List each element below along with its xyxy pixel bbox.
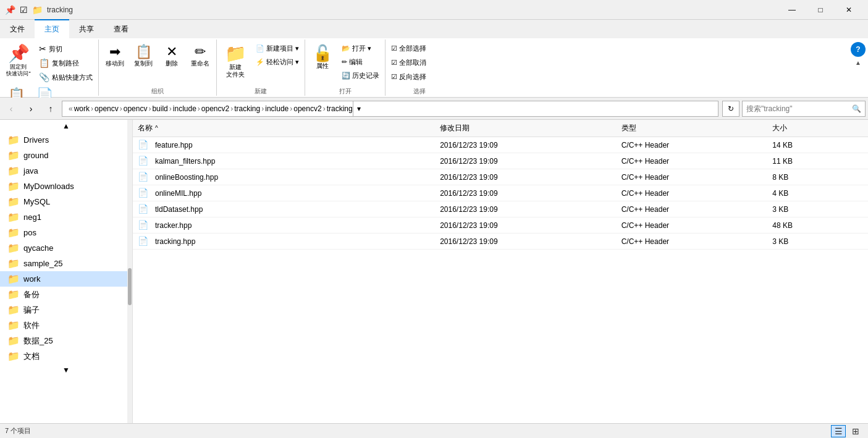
sidebar-scrollbar-thumb[interactable] [128,268,132,305]
path-opencv2-3[interactable]: opencv2 [293,104,321,113]
copy-path-button[interactable]: 📋复制路径 [36,56,96,70]
easy-access-button[interactable]: ⚡ 轻松访问 ▾ [253,56,302,69]
sidebar-item-sample25[interactable]: 📁 sample_25 [0,256,132,271]
edit-button[interactable]: ✏ 编辑 [339,56,382,69]
pin-icon: 📌 [8,45,30,62]
open-button[interactable]: 📂 打开 ▾ [339,42,382,55]
file-row[interactable]: 📄 feature.hpp 2016/12/23 19:09 C/C++ Hea… [133,137,868,153]
back-button[interactable]: ‹ [2,100,20,117]
path-opencv2-2[interactable]: opencv2 [201,104,229,113]
new-folder-button[interactable]: 📁 新建文件夹 [219,42,251,82]
sidebar-item-neg1[interactable]: 📁 neg1 [0,209,132,225]
cut-button[interactable]: ✂剪切 [36,42,96,56]
file-icon: 📄 [138,204,149,215]
refresh-button[interactable]: ↻ [722,101,739,117]
move-to-button[interactable]: ➡ 移动到 [101,42,129,70]
deselect-all-button[interactable]: ☑ 全部取消 [388,56,429,69]
folder-icon: 📁 [7,273,20,285]
path-tracking1[interactable]: tracking [234,104,260,113]
file-row[interactable]: 📄 tracker.hpp 2016/12/23 19:09 C/C++ Hea… [133,217,868,234]
sidebar-item-mydownloads[interactable]: 📁 MyDownloads [0,179,132,194]
folder-icon: 📁 [7,242,20,254]
sidebar-item-work[interactable]: 📁 work [0,271,132,287]
copy-to-button[interactable]: 📋 复制到 [130,42,157,70]
sidebar-item-drivers[interactable]: 📁 Drivers [0,132,132,148]
address-dropdown-button[interactable]: ▾ [353,101,365,117]
content-area: ▲ 📁 Drivers 📁 ground 📁 java 📁 MyDownload… [0,120,868,423]
pin-quickaccess-button[interactable]: 📌 固定到快速访问" [2,42,35,80]
ribbon: 📌 固定到快速访问" ✂剪切 📋复制路径 📎粘贴快捷方式 📋 复制 [0,38,868,98]
sidebar-item-documents[interactable]: 📁 文档 [0,348,132,364]
sidebar-item-data25[interactable]: 📁 数据_25 [0,333,132,348]
invert-selection-button[interactable]: ☑ 反向选择 [388,70,429,83]
ribbon-group-select: ☑ 全部选择 ☑ 全部取消 ☑ 反向选择 选择 [386,40,453,96]
select-all-button[interactable]: ☑ 全部选择 [388,42,429,55]
check-icon: ☑ [19,5,28,15]
maximize-button[interactable]: □ [806,0,835,20]
titlebar-icons: 📌 ☑ 📁 [5,5,42,15]
file-icon: 📄 [138,220,149,231]
history-button[interactable]: 🔄 历史记录 [339,69,382,82]
sidebar-item-pianzih[interactable]: 📁 骗子 [0,302,132,318]
path-opencv1[interactable]: opencv [95,104,119,113]
col-size[interactable]: 大小 [772,123,863,133]
file-row[interactable]: 📄 onlineMIL.hpp 2016/12/23 19:09 C/C++ H… [133,185,868,201]
folder-icon: 📁 [7,335,20,347]
minimize-button[interactable]: — [778,0,806,20]
statusbar: 7 个项目 ☰ ⊞ [0,423,868,438]
details-view-button[interactable]: ☰ [831,425,846,437]
rename-button[interactable]: ✏ 重命名 [187,42,214,70]
sidebar-item-backup[interactable]: 📁 备份 [0,287,132,302]
sidebar-item-mysql[interactable]: 📁 MySQL [0,194,132,209]
path-tracking2[interactable]: tracking [327,104,353,113]
path-work1[interactable]: work [74,104,90,113]
titlebar-controls: — □ ✕ [778,0,863,20]
address-bar[interactable]: « work › opencv › opencv › build › inclu… [62,101,718,117]
sidebar-item-software[interactable]: 📁 软件 [0,318,132,333]
sidebar-item-ground[interactable]: 📁 ground [0,148,132,163]
delete-button[interactable]: ✕ 删除 [158,42,185,70]
col-date[interactable]: 修改日期 [440,123,622,133]
sidebar-scroll-down[interactable]: ▼ [0,364,132,376]
paste-shortcut-button[interactable]: 📎粘贴快捷方式 [36,70,96,84]
sidebar-item-qycache[interactable]: 📁 qycache [0,240,132,256]
up-button[interactable]: ↑ [42,100,59,117]
help-button[interactable]: ? [851,42,866,57]
tab-file[interactable]: 文件 [0,20,35,38]
folder-icon: 📁 [7,304,20,316]
folder-icon: 📁 [7,165,20,177]
folder-icon: 📁 [7,258,20,269]
col-type[interactable]: 类型 [622,123,773,133]
path-include2[interactable]: include [265,104,289,113]
file-icon: 📄 [138,140,149,151]
new-item-button[interactable]: 📄 新建项目 ▾ [253,42,302,55]
properties-button[interactable]: 🔓 属性 [308,42,337,73]
tab-view[interactable]: 查看 [104,20,138,38]
col-name[interactable]: 名称 ^ [138,123,440,133]
sidebar-item-pos[interactable]: 📁 pos [0,225,132,240]
navbar: ‹ › ↑ « work › opencv › opencv › build ›… [0,98,868,120]
sidebar-item-java[interactable]: 📁 java [0,163,132,179]
new-label: 新建 [219,86,302,96]
folder-icon: 📁 [7,350,20,362]
close-button[interactable]: ✕ [835,0,863,20]
tab-home[interactable]: 主页 [35,19,69,38]
path-opencv2[interactable]: opencv [124,104,148,113]
help-area: ? ▲ [848,40,868,96]
sidebar-scroll-up[interactable]: ▲ [0,120,132,132]
collapse-ribbon-button[interactable]: ▲ [851,58,866,67]
path-include1[interactable]: include [173,104,196,113]
search-input[interactable] [746,104,852,113]
tab-share[interactable]: 共享 [69,20,104,38]
large-icon-view-button[interactable]: ⊞ [848,425,863,437]
file-icon: 📄 [138,156,149,167]
sidebar-scrollbar-track [127,120,132,423]
file-row[interactable]: 📄 tldDataset.hpp 2016/12/23 19:09 C/C++ … [133,201,868,217]
file-row[interactable]: 📄 onlineBoosting.hpp 2016/12/23 19:09 C/… [133,169,868,185]
folder-icon: 📁 [7,319,20,331]
file-row[interactable]: 📄 kalman_filters.hpp 2016/12/23 19:09 C/… [133,153,868,169]
path-build[interactable]: build [152,104,167,113]
forward-button[interactable]: › [22,100,40,117]
file-row[interactable]: 📄 tracking.hpp 2016/12/23 19:09 C/C++ He… [133,234,868,250]
sidebar: ▲ 📁 Drivers 📁 ground 📁 java 📁 MyDownload… [0,120,133,423]
